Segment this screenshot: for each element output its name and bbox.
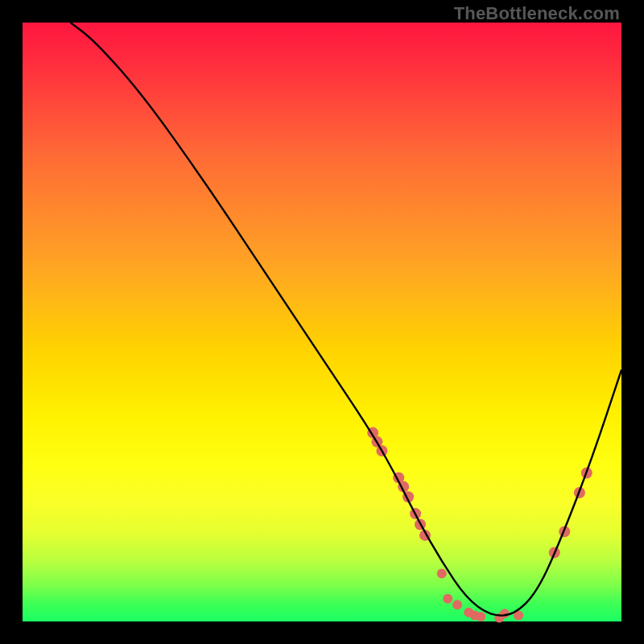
data-point	[443, 594, 452, 604]
plot-area	[23, 23, 621, 621]
data-point	[500, 609, 510, 618]
chart-container: TheBottleneck.com	[0, 0, 644, 644]
data-point	[476, 612, 485, 621]
chart-markers	[367, 427, 592, 623]
curve-line	[71, 23, 622, 616]
data-point	[452, 600, 462, 609]
data-point	[437, 569, 447, 579]
chart-svg	[23, 23, 621, 621]
watermark-text: TheBottleneck.com	[454, 3, 620, 24]
